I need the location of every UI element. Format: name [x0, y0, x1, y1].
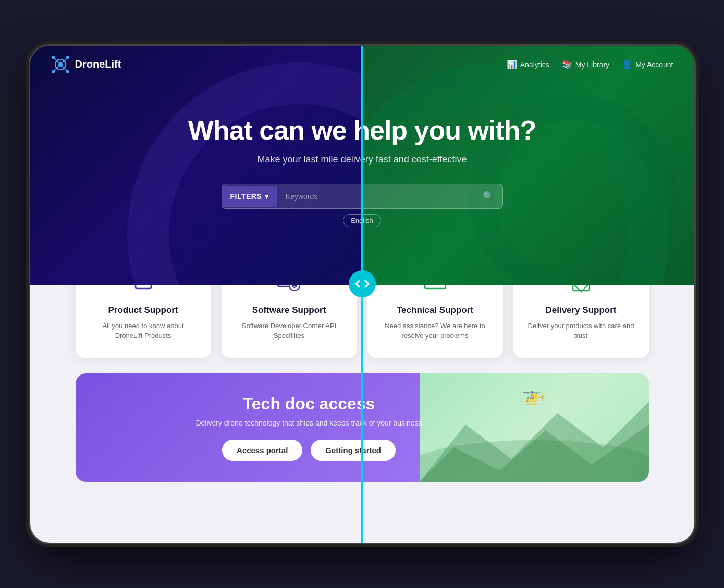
chevron-down-icon: ▾ [265, 192, 269, 201]
search-button[interactable]: 🔍 [474, 184, 502, 208]
banner-subtitle: Delivery drone technology that ships and… [150, 419, 469, 427]
svg-point-8 [52, 70, 55, 73]
software-support-title: Software Support [252, 305, 326, 316]
analytics-icon: 📊 [507, 59, 517, 69]
nav-analytics[interactable]: 📊 Analytics [507, 59, 549, 69]
technical-support-desc: Need assistance? We are here to resolve … [380, 321, 490, 341]
nav-my-library[interactable]: 📚 My Library [562, 59, 609, 69]
library-icon: 📚 [562, 59, 572, 69]
code-icon [349, 270, 376, 297]
search-icon: 🔍 [483, 191, 494, 202]
filters-button[interactable]: FILTERS ▾ [222, 186, 277, 207]
getting-started-button[interactable]: Getting started [311, 440, 396, 461]
svg-point-9 [66, 70, 69, 73]
analytics-label: Analytics [520, 60, 549, 69]
delivery-support-desc: Deliver your products with care and trus… [526, 321, 636, 341]
svg-point-6 [52, 56, 55, 59]
software-support-desc: Software Developer Corner API Specifiite… [234, 321, 345, 341]
product-support-title: Product Support [108, 305, 178, 316]
account-label: My Account [635, 60, 673, 69]
nav-links: 📊 Analytics 📚 My Library 👤 My Account [507, 59, 673, 69]
delivery-support-title: Delivery Support [545, 305, 616, 316]
search-input[interactable] [277, 186, 474, 207]
access-portal-button[interactable]: Access portal [222, 440, 302, 461]
device-frame: DroneLift 📊 Analytics 📚 My Library 👤 My … [29, 44, 696, 544]
banner-buttons: Access portal Getting started [222, 440, 396, 461]
banner-title: Tech doc access [150, 394, 469, 414]
svg-point-7 [66, 56, 69, 59]
logo-icon [51, 55, 70, 74]
technical-support-title: Technical Support [397, 305, 473, 316]
nav-my-account[interactable]: 👤 My Account [622, 59, 673, 69]
logo-text: DroneLift [75, 58, 121, 70]
logo-area: DroneLift [51, 55, 121, 74]
svg-point-1 [58, 62, 63, 67]
account-icon: 👤 [622, 59, 632, 69]
library-label: My Library [575, 60, 609, 69]
filters-label: FILTERS [230, 192, 262, 201]
product-support-desc: All you need to know about DroneLift Pro… [88, 321, 199, 341]
